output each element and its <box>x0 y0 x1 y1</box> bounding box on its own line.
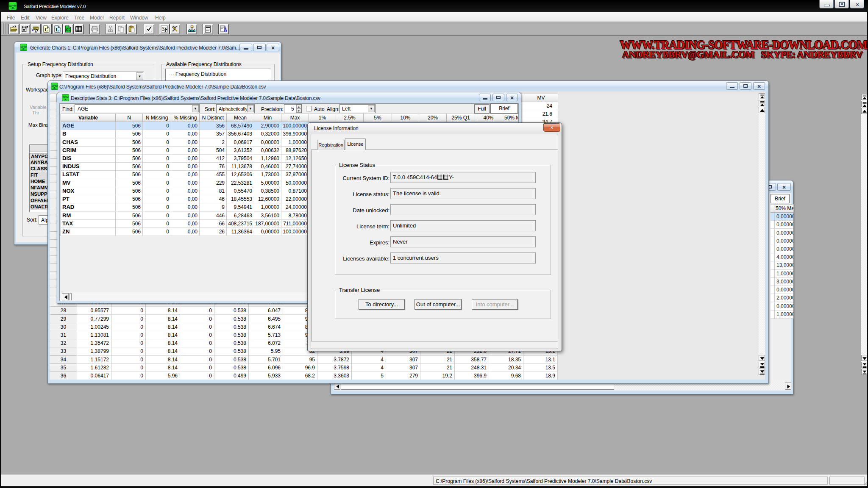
svg-text:L: L <box>56 27 59 33</box>
svg-text:C: C <box>45 27 48 33</box>
svg-text:SPM: SPM <box>62 96 69 99</box>
svg-text:Σ: Σ <box>162 27 164 31</box>
svg-text:SPM: SPM <box>20 45 27 48</box>
svg-text:SPM: SPM <box>9 4 17 8</box>
svg-text:G: G <box>66 27 70 33</box>
svg-text:SPM: SPM <box>51 84 58 87</box>
